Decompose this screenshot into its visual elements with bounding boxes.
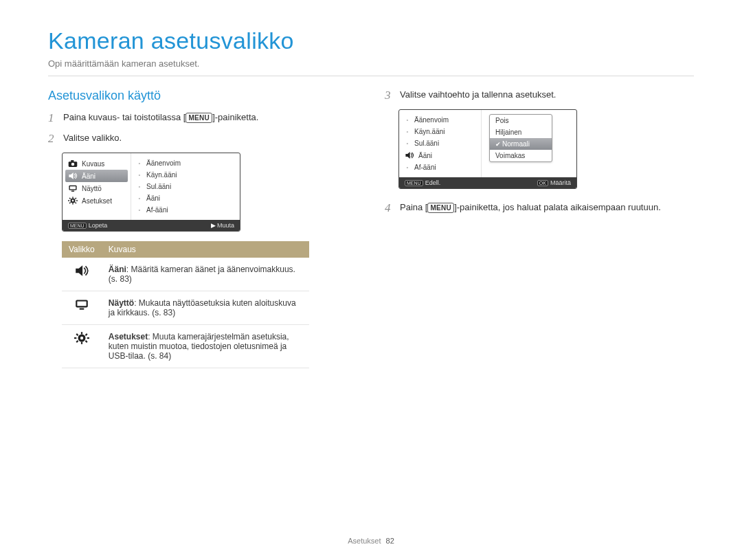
option-popup: Pois Hiljainen ✔Normaali Voimakas <box>489 114 552 162</box>
camera-icon <box>68 159 78 168</box>
arrow-right-icon: ▶ <box>211 222 216 229</box>
svg-point-2 <box>71 163 74 166</box>
svg-rect-12 <box>76 200 78 201</box>
step-text: Valitse vaihtoehto ja tallenna asetukset… <box>400 89 694 101</box>
submenu-item: •Ääni <box>131 192 240 204</box>
menu-description-table: Valikko Kuvaus Ääni: Määritä kameran ään… <box>62 241 309 368</box>
svg-rect-24 <box>81 342 82 344</box>
menu-item-kuvaus: Kuvaus <box>63 157 131 170</box>
step-text: Paina kuvaus- tai toistotilassa [MENU]-p… <box>63 111 357 124</box>
menu-item-aani-selected: Ääni <box>65 170 128 182</box>
divider <box>48 76 694 76</box>
sound-icon <box>405 151 414 159</box>
step-number: 4 <box>385 201 394 215</box>
table-row: Ääni: Määritä kameran äänet ja äänenvoim… <box>62 258 309 291</box>
page-subtitle: Opi määrittämään kameran asetukset. <box>48 58 694 69</box>
page-footer: Asetukset 82 <box>0 537 742 545</box>
lcd-footer: MENUEdell. OKMääritä <box>399 177 576 188</box>
menu-key-icon: MENU <box>186 113 212 123</box>
step-2: 2 Valitse valikko. <box>48 132 357 146</box>
submenu-item: •Äänenvoim <box>399 114 481 126</box>
ok-key-icon: OK <box>537 180 548 186</box>
svg-rect-9 <box>72 197 73 198</box>
lcd-footer: MENULopeta ▶Muuta <box>63 220 240 231</box>
svg-rect-29 <box>76 340 78 343</box>
step-text: Valitse valikko. <box>63 132 357 144</box>
table-header-kuvaus: Kuvaus <box>102 241 309 258</box>
svg-rect-19 <box>77 302 86 306</box>
display-icon <box>62 291 102 325</box>
submenu-item: •Äänenvoim <box>131 157 240 169</box>
svg-rect-30 <box>85 340 88 343</box>
svg-rect-26 <box>87 337 89 339</box>
svg-rect-11 <box>68 200 69 201</box>
table-row: Näyttö: Mukauta näyttöasetuksia kuten al… <box>62 291 309 325</box>
svg-rect-20 <box>80 309 85 310</box>
menu-key-icon: MENU <box>427 203 454 213</box>
svg-rect-13 <box>69 198 71 199</box>
step-1: 1 Paina kuvaus- tai toistotilassa [MENU]… <box>48 111 357 125</box>
step-3: 3 Valitse vaihtoehto ja tallenna asetuks… <box>385 89 694 102</box>
submenu-item: •Af-ääni <box>399 161 481 173</box>
menu-key-icon: MENU <box>68 223 87 229</box>
submenu-item-aani-active: Ääni <box>399 149 481 161</box>
svg-rect-6 <box>71 191 74 192</box>
svg-rect-14 <box>75 198 76 199</box>
step-number: 1 <box>48 111 58 125</box>
menu-item-asetukset: Asetukset <box>63 194 131 207</box>
option-normaali-selected: ✔Normaali <box>490 138 552 150</box>
svg-rect-10 <box>72 203 73 205</box>
step-number: 3 <box>385 89 394 102</box>
page-title: Kameran asetusvalikko <box>48 27 694 54</box>
submenu-item: •Sul.ääni <box>131 181 240 192</box>
step-4: 4 Paina [MENU]-painiketta, jos haluat pa… <box>385 201 694 215</box>
svg-rect-16 <box>75 202 76 203</box>
sound-icon <box>68 172 78 180</box>
table-row: Asetukset: Muuta kamerajärjestelmän aset… <box>62 325 309 368</box>
submenu-item: •Käyn.ääni <box>131 169 240 181</box>
gear-icon <box>62 325 102 368</box>
submenu-item: •Sul.ääni <box>399 137 481 149</box>
svg-rect-25 <box>74 337 76 339</box>
option-pois: Pois <box>490 115 552 126</box>
svg-rect-28 <box>85 333 88 336</box>
svg-rect-23 <box>81 332 82 334</box>
svg-point-8 <box>72 200 74 202</box>
option-voimakas: Voimakas <box>490 150 552 161</box>
svg-rect-5 <box>70 186 76 189</box>
section-heading: Asetusvalikon käyttö <box>48 89 357 103</box>
check-icon: ✔ <box>495 141 501 148</box>
svg-marker-17 <box>76 265 82 276</box>
step-text: Paina [MENU]-painiketta, jos haluat pala… <box>400 201 694 214</box>
camera-lcd-menu: Kuvaus Ääni Näyttö <box>62 153 240 232</box>
step-number: 2 <box>48 132 58 146</box>
table-header-valikko: Valikko <box>62 241 102 258</box>
svg-marker-31 <box>405 152 409 159</box>
menu-item-naytto: Näyttö <box>63 182 131 194</box>
submenu-item: •Käyn.ääni <box>399 126 481 137</box>
svg-point-22 <box>80 337 83 339</box>
display-icon <box>68 184 78 192</box>
submenu-item: •Af-ääni <box>131 204 240 216</box>
svg-rect-27 <box>76 333 78 336</box>
svg-rect-15 <box>69 202 71 203</box>
menu-key-icon: MENU <box>405 180 423 186</box>
svg-rect-1 <box>71 160 74 162</box>
svg-marker-3 <box>69 172 73 179</box>
gear-icon <box>68 197 78 205</box>
sound-icon <box>62 258 102 291</box>
option-hiljainen: Hiljainen <box>490 126 552 138</box>
